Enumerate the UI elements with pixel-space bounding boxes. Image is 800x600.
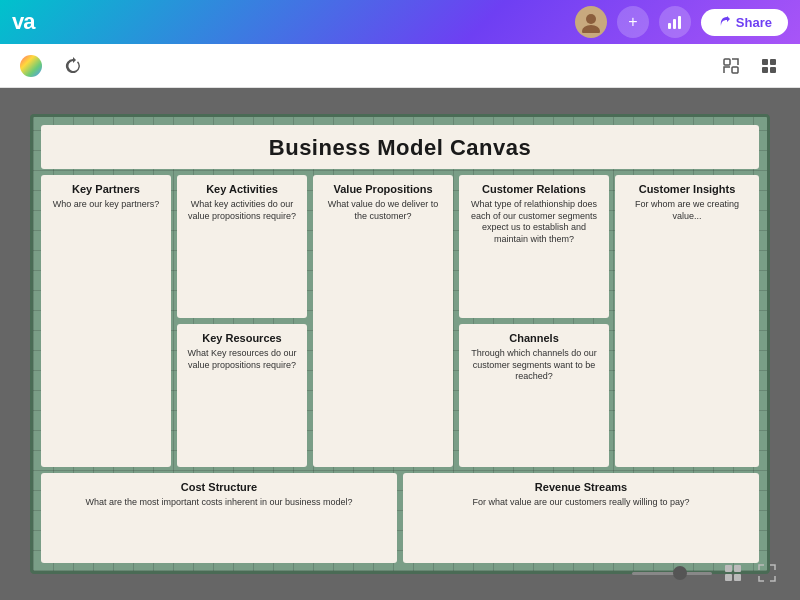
cell-key-partners[interactable]: Key Partners Who are our key partners?: [41, 175, 171, 467]
topbar-right-controls: + Share: [575, 6, 788, 38]
revenue-streams-body: For what value are our customers really …: [411, 497, 751, 509]
user-avatar-button[interactable]: [575, 6, 607, 38]
share-button[interactable]: Share: [701, 9, 788, 36]
customer-relations-title: Customer Relations: [467, 183, 601, 195]
customer-insights-title: Customer Insights: [623, 183, 751, 195]
svg-rect-14: [725, 574, 732, 581]
svg-rect-13: [734, 565, 741, 572]
svg-rect-11: [770, 67, 776, 73]
value-props-body: What value do we deliver to the customer…: [321, 199, 445, 222]
svg-marker-5: [73, 57, 76, 63]
cell-key-resources[interactable]: Key Resources What Key resources do our …: [177, 324, 307, 467]
key-activities-body: What key activities do our value proposi…: [185, 199, 299, 222]
cell-customer-insights[interactable]: Customer Insights For whom are we creati…: [615, 175, 759, 467]
svg-rect-2: [668, 23, 671, 29]
key-activities-title: Key Activities: [185, 183, 299, 195]
key-partners-title: Key Partners: [49, 183, 163, 195]
col-activities-resources: Key Activities What key activities do ou…: [177, 175, 307, 467]
business-model-canvas: Business Model Canvas Key Partners Who a…: [30, 114, 770, 574]
add-button[interactable]: +: [617, 6, 649, 38]
svg-rect-3: [673, 19, 676, 29]
zoom-slider-track[interactable]: [632, 572, 712, 575]
cell-customer-relations[interactable]: Customer Relations What type of relathio…: [459, 175, 609, 318]
revenue-streams-title: Revenue Streams: [411, 481, 751, 493]
app-logo: va: [12, 9, 34, 35]
zoom-bar: [632, 560, 780, 586]
bmc-middle-section: Key Partners Who are our key partners? K…: [41, 175, 759, 467]
cell-value-propositions[interactable]: Value Propositions What value do we deli…: [313, 175, 453, 467]
bmc-title-row: Business Model Canvas: [41, 125, 759, 169]
svg-rect-4: [678, 16, 681, 29]
key-resources-title: Key Resources: [185, 332, 299, 344]
svg-rect-15: [734, 574, 741, 581]
svg-rect-12: [725, 565, 732, 572]
bmc-bottom-section: Cost Structure What are the most importa…: [41, 473, 759, 563]
key-partners-body: Who are our key partners?: [49, 199, 163, 211]
svg-point-0: [586, 14, 596, 24]
rotate-button[interactable]: [58, 51, 88, 81]
toolbar-right-actions: [716, 51, 784, 81]
channels-body: Through which channels do our customer s…: [467, 348, 601, 383]
cell-channels[interactable]: Channels Through which channels do our c…: [459, 324, 609, 467]
customer-insights-body: For whom are we creating value...: [623, 199, 751, 222]
fullscreen-button[interactable]: [754, 560, 780, 586]
key-resources-body: What Key resources do our value proposit…: [185, 348, 299, 371]
analytics-button[interactable]: [659, 6, 691, 38]
secondary-toolbar: [0, 44, 800, 88]
cost-structure-title: Cost Structure: [49, 481, 389, 493]
svg-rect-10: [762, 67, 768, 73]
channels-title: Channels: [467, 332, 601, 344]
expand-button[interactable]: [716, 51, 746, 81]
value-props-title: Value Propositions: [321, 183, 445, 195]
cell-key-activities[interactable]: Key Activities What key activities do ou…: [177, 175, 307, 318]
svg-rect-9: [770, 59, 776, 65]
color-picker-button[interactable]: [16, 51, 46, 81]
bmc-inner: Business Model Canvas Key Partners Who a…: [41, 125, 759, 563]
canvas-area[interactable]: Business Model Canvas Key Partners Who a…: [0, 88, 800, 600]
grid-view-button[interactable]: [720, 560, 746, 586]
cell-revenue-streams[interactable]: Revenue Streams For what value are our c…: [403, 473, 759, 563]
svg-rect-8: [762, 59, 768, 65]
svg-rect-7: [732, 67, 738, 73]
svg-point-1: [582, 25, 600, 33]
cost-structure-body: What are the most important costs inhere…: [49, 497, 389, 509]
bmc-title: Business Model Canvas: [41, 135, 759, 161]
customer-relations-body: What type of relathionship does each of …: [467, 199, 601, 246]
svg-rect-6: [724, 59, 730, 65]
cell-cost-structure[interactable]: Cost Structure What are the most importa…: [41, 473, 397, 563]
zoom-slider-thumb[interactable]: [673, 566, 687, 580]
col-relations-channels: Customer Relations What type of relathio…: [459, 175, 609, 467]
grid-button[interactable]: [754, 51, 784, 81]
top-navigation-bar: va + Share: [0, 0, 800, 44]
